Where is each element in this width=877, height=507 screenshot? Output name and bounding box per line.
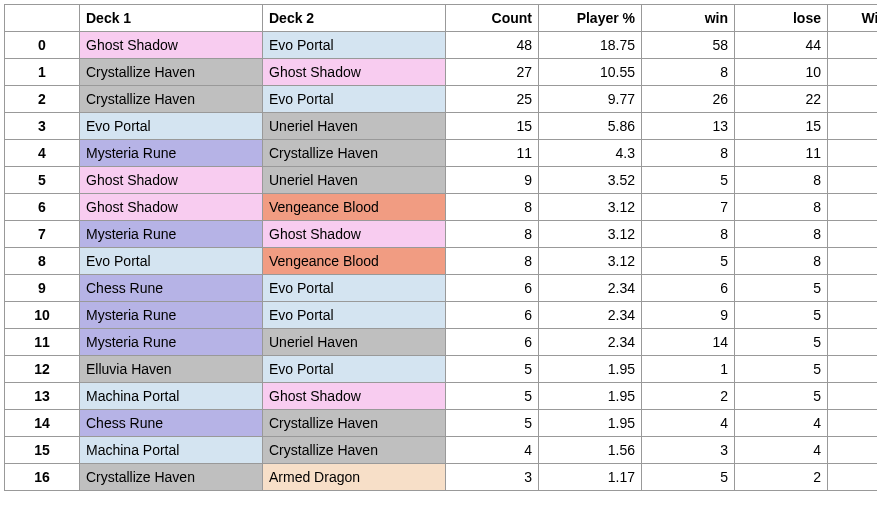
cell-playerp: 3.12 xyxy=(539,194,642,221)
cell-deck2: Evo Portal xyxy=(263,86,446,113)
cell-count: 6 xyxy=(446,302,539,329)
table-row: 11Mysteria RuneUneriel Haven62.3414573.6… xyxy=(5,329,878,356)
cell-lose: 5 xyxy=(735,275,828,302)
cell-winrate: 46.67 xyxy=(828,194,878,221)
cell-playerp: 1.17 xyxy=(539,464,642,491)
cell-idx: 4 xyxy=(5,140,80,167)
cell-deck1: Machina Portal xyxy=(80,383,263,410)
cell-lose: 10 xyxy=(735,59,828,86)
cell-deck2: Evo Portal xyxy=(263,275,446,302)
table-row: 3Evo PortalUneriel Haven155.86131546.43 xyxy=(5,113,878,140)
cell-winrate: 73.68 xyxy=(828,329,878,356)
cell-winrate: 50 xyxy=(828,410,878,437)
cell-playerp: 3.52 xyxy=(539,167,642,194)
cell-idx: 14 xyxy=(5,410,80,437)
cell-deck2: Evo Portal xyxy=(263,356,446,383)
cell-count: 6 xyxy=(446,275,539,302)
table-row: 8Evo PortalVengeance Blood83.125838.46 xyxy=(5,248,878,275)
cell-lose: 5 xyxy=(735,383,828,410)
cell-winrate: 42.86 xyxy=(828,437,878,464)
cell-count: 8 xyxy=(446,221,539,248)
table-row: 12Elluvia HavenEvo Portal51.951516.67 xyxy=(5,356,878,383)
cell-winrate: 28.57 xyxy=(828,383,878,410)
cell-winrate: 16.67 xyxy=(828,356,878,383)
cell-idx: 8 xyxy=(5,248,80,275)
cell-deck2: Vengeance Blood xyxy=(263,248,446,275)
cell-win: 14 xyxy=(642,329,735,356)
cell-lose: 4 xyxy=(735,437,828,464)
cell-deck2: Vengeance Blood xyxy=(263,194,446,221)
table-row: 15Machina PortalCrystallize Haven41.5634… xyxy=(5,437,878,464)
cell-deck1: Chess Rune xyxy=(80,410,263,437)
cell-playerp: 1.56 xyxy=(539,437,642,464)
cell-win: 9 xyxy=(642,302,735,329)
cell-deck2: Evo Portal xyxy=(263,302,446,329)
cell-count: 8 xyxy=(446,194,539,221)
cell-win: 58 xyxy=(642,32,735,59)
cell-lose: 8 xyxy=(735,194,828,221)
header-lose: lose xyxy=(735,5,828,32)
cell-idx: 5 xyxy=(5,167,80,194)
cell-count: 3 xyxy=(446,464,539,491)
cell-deck1: Mysteria Rune xyxy=(80,221,263,248)
header-count: Count xyxy=(446,5,539,32)
cell-winrate: 54.55 xyxy=(828,275,878,302)
cell-idx: 6 xyxy=(5,194,80,221)
cell-deck1: Evo Portal xyxy=(80,248,263,275)
cell-winrate: 50 xyxy=(828,221,878,248)
cell-win: 4 xyxy=(642,410,735,437)
cell-playerp: 3.12 xyxy=(539,248,642,275)
cell-idx: 10 xyxy=(5,302,80,329)
cell-playerp: 1.95 xyxy=(539,356,642,383)
cell-win: 7 xyxy=(642,194,735,221)
cell-lose: 5 xyxy=(735,356,828,383)
cell-winrate: 56.86 xyxy=(828,32,878,59)
header-playerp: Player % xyxy=(539,5,642,32)
cell-idx: 1 xyxy=(5,59,80,86)
table-row: 13Machina PortalGhost Shadow51.952528.57 xyxy=(5,383,878,410)
cell-lose: 2 xyxy=(735,464,828,491)
cell-deck1: Chess Rune xyxy=(80,275,263,302)
cell-playerp: 1.95 xyxy=(539,383,642,410)
cell-lose: 8 xyxy=(735,167,828,194)
cell-win: 13 xyxy=(642,113,735,140)
cell-deck1: Mysteria Rune xyxy=(80,140,263,167)
cell-idx: 16 xyxy=(5,464,80,491)
cell-playerp: 2.34 xyxy=(539,275,642,302)
table-body: 0Ghost ShadowEvo Portal4818.75584456.861… xyxy=(5,32,878,491)
cell-winrate: 44.44 xyxy=(828,59,878,86)
table-row: 10Mysteria RuneEvo Portal62.349564.29 xyxy=(5,302,878,329)
cell-lose: 8 xyxy=(735,221,828,248)
table-row: 1Crystallize HavenGhost Shadow2710.55810… xyxy=(5,59,878,86)
cell-deck2: Uneriel Haven xyxy=(263,167,446,194)
deck-stats-table: Deck 1 Deck 2 Count Player % win lose Wi… xyxy=(4,4,877,491)
cell-playerp: 10.55 xyxy=(539,59,642,86)
cell-count: 15 xyxy=(446,113,539,140)
cell-idx: 12 xyxy=(5,356,80,383)
table-row: 16Crystallize HavenArmed Dragon31.175271… xyxy=(5,464,878,491)
cell-idx: 7 xyxy=(5,221,80,248)
cell-deck1: Crystallize Haven xyxy=(80,464,263,491)
header-deck1: Deck 1 xyxy=(80,5,263,32)
cell-deck2: Uneriel Haven xyxy=(263,329,446,356)
cell-win: 8 xyxy=(642,59,735,86)
cell-count: 11 xyxy=(446,140,539,167)
table-row: 9Chess RuneEvo Portal62.346554.55 xyxy=(5,275,878,302)
cell-winrate: 46.43 xyxy=(828,113,878,140)
cell-idx: 9 xyxy=(5,275,80,302)
cell-deck1: Evo Portal xyxy=(80,113,263,140)
table-row: 2Crystallize HavenEvo Portal259.77262254… xyxy=(5,86,878,113)
table-row: 7Mysteria RuneGhost Shadow83.128850 xyxy=(5,221,878,248)
cell-winrate: 54.17 xyxy=(828,86,878,113)
cell-lose: 5 xyxy=(735,302,828,329)
cell-win: 5 xyxy=(642,464,735,491)
cell-playerp: 5.86 xyxy=(539,113,642,140)
cell-count: 4 xyxy=(446,437,539,464)
cell-playerp: 3.12 xyxy=(539,221,642,248)
cell-winrate: 38.46 xyxy=(828,248,878,275)
table-row: 14Chess RuneCrystallize Haven51.954450 xyxy=(5,410,878,437)
cell-deck2: Crystallize Haven xyxy=(263,437,446,464)
cell-playerp: 2.34 xyxy=(539,329,642,356)
header-winrate: Winrate % xyxy=(828,5,878,32)
cell-lose: 4 xyxy=(735,410,828,437)
